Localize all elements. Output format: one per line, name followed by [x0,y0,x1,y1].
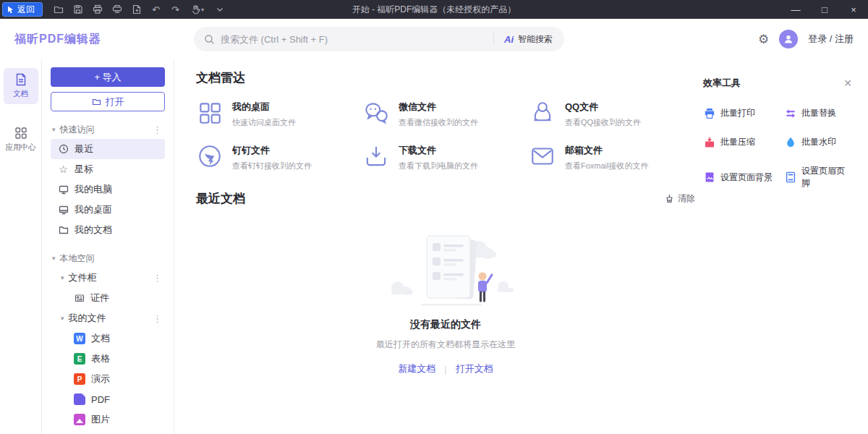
hand-tool-icon[interactable]: ▾ [185,2,210,17]
tree-item-recent[interactable]: 最近 [51,139,165,159]
radar-item-wechat[interactable]: 微信文件查看微信接收到的文件 [362,99,529,128]
cursor-icon [7,6,14,14]
page-background-icon [703,171,715,184]
tools-grid: 批量打印 批量替换 批量压缩 批量水印 设置页面背景 设置页眉页脚 [703,107,852,190]
radar-item-desktop[interactable]: 我的桌面快速访问桌面文件 [196,99,362,128]
minimize-button[interactable]: — [781,0,810,19]
new-document-link[interactable]: 新建文档 [398,362,435,375]
recent-title: 最近文档 [196,190,245,207]
tree-node-my-files[interactable]: ▾ 我的文件 ⋮ [51,308,165,328]
header: 福昕PDF编辑器 Ai 智能搜索 ⚙ 登录 / 注册 [0,19,868,59]
word-badge-icon: W [74,333,85,344]
avatar[interactable] [779,30,798,48]
tree-item-presentations[interactable]: P 演示 [51,369,165,389]
star-icon: ☆ [58,164,69,174]
search-bar[interactable]: Ai 智能搜索 [194,27,564,51]
maximize-button[interactable]: □ [810,0,839,19]
kebab-menu-icon[interactable]: ⋮ [150,313,165,324]
tree-item-my-computer[interactable]: 我的电脑 [51,179,165,200]
back-button[interactable]: 返回 [2,2,43,17]
tree-item-images[interactable]: 图片 [51,409,165,430]
open-button[interactable]: 打开 [51,92,165,111]
empty-illustration [373,229,518,310]
radar-item-desc: 查看钉钉接收到的文件 [232,161,312,171]
tree-item-id-cards[interactable]: 证件 [51,288,165,308]
smart-search-label: 智能搜索 [518,33,553,46]
tool-label: 设置页眉页脚 [801,165,852,190]
radar-item-qq[interactable]: QQ文件查看QQ接收到的文件 [529,99,695,128]
radar-item-title: 钉钉文件 [232,144,312,157]
search-input[interactable] [221,34,493,45]
rail-item-documents[interactable]: 文档 [4,68,38,104]
tree-section-quick-access[interactable]: ▾ 快速访问 ⋮ [51,120,165,139]
tool-label: 批量压缩 [720,136,755,148]
desktop-grid-icon [196,99,224,127]
kebab-menu-icon[interactable]: ⋮ [150,273,165,284]
chevron-down-icon: ▾ [61,315,64,322]
tool-header-footer[interactable]: 设置页眉页脚 [784,165,852,190]
settings-gear-icon[interactable]: ⚙ [758,33,769,46]
batch-replace-icon [784,107,796,119]
tool-batch-print[interactable]: 批量打印 [703,107,784,119]
tools-panel-title: 效率工具 [703,77,741,90]
tree-item-starred[interactable]: ☆ 星标 [51,159,165,179]
tree-node-file-cabinet[interactable]: ▾ 文件柜 ⋮ [51,268,165,288]
radar-item-title: 我的桌面 [232,101,296,114]
empty-state-actions: 新建文档 | 打开文档 [398,362,493,375]
back-label: 返回 [17,4,35,16]
tools-panel-header: 效率工具 ✕ [703,77,852,90]
batch-print-icon [703,107,715,119]
recent-section-header: 最近文档 清除 [196,190,695,207]
tree-item-word-docs[interactable]: W 文档 [51,328,165,349]
quick-toolbar: ↶ ↷ ▾ [48,2,229,17]
chevron-down-icon: ▾ [52,126,56,133]
tool-page-background[interactable]: 设置页面背景 [703,165,784,190]
tools-close-icon[interactable]: ✕ [843,77,852,89]
mail-icon [529,142,556,170]
kebab-menu-icon[interactable]: ⋮ [150,124,165,135]
tree-item-label: PDF [91,394,110,405]
open-file-icon[interactable] [48,2,68,17]
radar-item-downloads[interactable]: 下载文件查看下载到电脑的文件 [362,142,529,171]
import-button[interactable]: + 导入 [51,67,165,87]
radar-item-mail[interactable]: 邮箱文件查看Foxmail接收的文件 [529,142,695,171]
tree-item-my-documents[interactable]: 我的文档 [51,220,165,240]
radar-item-dingtalk[interactable]: 钉钉文件查看钉钉接收到的文件 [196,142,362,171]
quick-print-icon[interactable] [107,2,127,17]
open-document-link[interactable]: 打开文档 [456,362,493,375]
tree-item-pdf[interactable]: PDF [51,389,165,409]
clear-broom-icon [665,194,674,203]
rail-item-app-center[interactable]: 应用中心 [4,122,38,158]
undo-icon[interactable]: ↶ [146,2,166,17]
open-button-label: 打开 [106,95,124,109]
clear-recent-button[interactable]: 清除 [665,192,695,205]
tree-section-local-space[interactable]: ▾ 本地空间 [51,249,165,268]
tool-label: 批量打印 [720,107,755,119]
tool-batch-watermark[interactable]: 批量水印 [784,136,852,148]
smart-search-button[interactable]: Ai 智能搜索 [493,33,553,46]
redo-icon[interactable]: ↷ [166,2,185,17]
radar-item-desc: 快速访问桌面文件 [232,117,296,128]
open-folder-icon [92,97,101,106]
new-document-icon[interactable] [127,2,146,17]
batch-compress-icon [703,136,715,148]
tree-item-label: 证件 [90,292,109,305]
image-badge-icon [74,414,85,425]
close-button[interactable]: × [839,0,868,19]
tool-batch-replace[interactable]: 批量替换 [784,107,852,119]
tree-item-spreadsheets[interactable]: E 表格 [51,349,165,369]
tree-item-my-desktop[interactable]: 我的桌面 [51,200,165,220]
clear-label: 清除 [678,192,695,205]
login-register-link[interactable]: 登录 / 注册 [808,33,854,46]
powerpoint-badge-icon: P [74,373,85,385]
tree-item-label: 演示 [91,373,110,386]
radar-item-desc: 查看下载到电脑的文件 [399,161,478,171]
dingtalk-icon [196,142,224,170]
tool-batch-compress[interactable]: 批量压缩 [703,136,784,148]
toolbar-more-icon[interactable] [210,2,229,17]
radar-title: 文档雷达 [196,69,694,86]
save-icon[interactable] [68,2,88,17]
print-icon[interactable] [88,2,107,17]
document-radar-grid: 我的桌面快速访问桌面文件 微信文件查看微信接收到的文件 QQ文件查看QQ接收到的… [196,99,694,171]
tool-label: 批量替换 [801,107,836,119]
